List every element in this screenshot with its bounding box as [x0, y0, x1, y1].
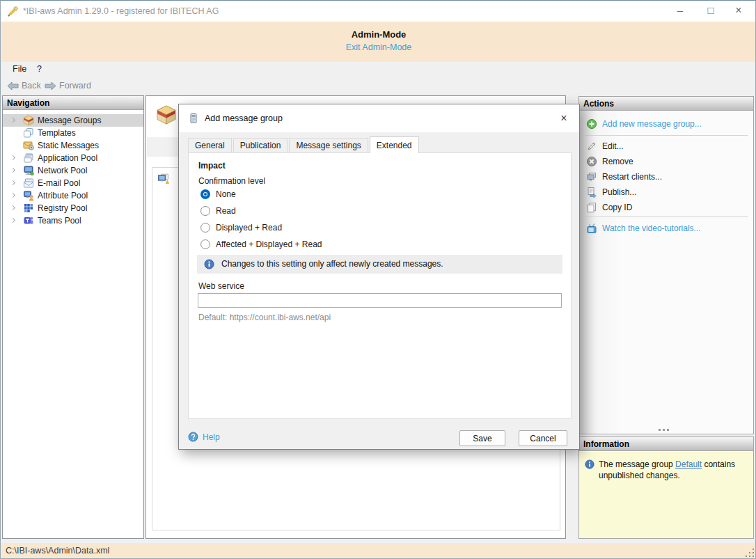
chevron-right-icon[interactable]	[10, 205, 15, 210]
exit-admin-mode-link[interactable]: Exit Admin-Mode	[346, 42, 411, 52]
close-button[interactable]: ×	[725, 1, 753, 22]
tab-general[interactable]: General	[188, 138, 232, 153]
action-label: Remove	[602, 154, 633, 169]
chevron-right-icon[interactable]	[10, 155, 15, 160]
setting-notice: Changes to this setting only affect newl…	[197, 255, 562, 274]
tab-publication[interactable]: Publication	[233, 138, 288, 153]
minimize-button[interactable]: –	[666, 1, 694, 22]
web-service-input[interactable]	[198, 293, 562, 308]
sidebar-item-label: Network Pool	[38, 164, 87, 177]
cancel-button[interactable]: Cancel	[519, 430, 567, 446]
actions-header: Actions	[579, 97, 753, 111]
navigation-tree: Message Groups Templates Static Messages	[3, 110, 143, 227]
information-body: The message group Default contains unpub…	[579, 452, 753, 538]
actions-separator	[585, 135, 748, 136]
sidebar-item-network-pool[interactable]: Network Pool	[3, 164, 143, 177]
confirmation-level-label: Confirmation level	[198, 176, 265, 186]
toolbar: Back Forward	[1, 77, 756, 94]
publish-action[interactable]: Publish...	[579, 184, 753, 200]
sidebar-item-message-groups[interactable]: Message Groups	[3, 114, 143, 127]
edit-action[interactable]: Edit...	[579, 139, 753, 154]
sidebar-item-label: Static Messages	[38, 139, 99, 152]
static-messages-icon	[23, 140, 34, 151]
actions-separator	[585, 216, 748, 217]
sidebar-item-static-messages[interactable]: Static Messages	[3, 139, 143, 152]
maximize-button[interactable]: □	[697, 1, 725, 22]
action-label: Publish...	[602, 184, 636, 200]
radio-displayed-read[interactable]: Displayed + Read	[200, 223, 282, 234]
information-panel: Information The message group Default co…	[578, 436, 754, 539]
forward-button[interactable]: Forward	[45, 79, 91, 93]
dialog-close-icon[interactable]: ×	[556, 111, 572, 127]
restart-clients-icon	[586, 171, 597, 182]
radio-icon[interactable]	[200, 223, 210, 233]
message-groups-large-icon	[156, 104, 177, 125]
sidebar-item-label: Registry Pool	[38, 202, 87, 214]
sidebar-item-attribute-pool[interactable]: Attribute Pool	[3, 189, 143, 202]
email-pool-icon	[23, 178, 34, 189]
resize-grip[interactable]	[746, 549, 754, 557]
copy-icon	[586, 202, 597, 213]
menu-bar: File ?	[1, 62, 756, 77]
sidebar-item-templates[interactable]: Templates	[3, 127, 143, 139]
watch-video-tutorials-action[interactable]: Watch the video-tutorials...	[579, 221, 753, 236]
admin-mode-title: Admin-Mode	[1, 29, 756, 40]
web-service-default-hint: Default: https://count.ibi-aws.net/api	[198, 313, 331, 322]
menu-help[interactable]: ?	[37, 64, 42, 74]
templates-icon	[23, 127, 34, 139]
action-label: Edit...	[602, 139, 624, 154]
save-button[interactable]: Save	[459, 430, 505, 446]
sidebar-item-email-pool[interactable]: E-mail Pool	[3, 177, 143, 189]
radio-label: Affected + Displayed + Read	[216, 239, 322, 249]
chevron-right-icon[interactable]	[10, 168, 15, 173]
splitter-grip[interactable]	[659, 429, 674, 432]
video-tutorials-icon	[586, 223, 597, 234]
sidebar-item-label: Application Pool	[38, 152, 97, 164]
tab-extended[interactable]: Extended	[370, 136, 419, 153]
impact-heading: Impact	[198, 161, 226, 171]
radio-affected-displayed-read[interactable]: Affected + Displayed + Read	[200, 239, 322, 251]
chevron-right-icon[interactable]	[10, 193, 15, 198]
admin-mode-banner: Admin-Mode Exit Admin-Mode	[1, 22, 756, 62]
sidebar-item-label: E-mail Pool	[38, 177, 80, 189]
sidebar-item-application-pool[interactable]: Application Pool	[3, 152, 143, 164]
chevron-right-icon[interactable]	[10, 118, 15, 123]
back-label: Back	[22, 81, 41, 90]
dialog-title: Add message group	[205, 113, 283, 123]
window-title: *IBI-aws Admin 1.29.0 - registered for I…	[23, 6, 219, 16]
help-link[interactable]: Help	[188, 432, 220, 443]
sidebar-item-label: Teams Pool	[38, 214, 81, 227]
restart-clients-action[interactable]: Restart clients...	[579, 169, 753, 184]
remove-action[interactable]: Remove	[579, 154, 753, 169]
tab-message-settings[interactable]: Message settings	[289, 138, 368, 153]
sidebar-item-label: Message Groups	[38, 114, 101, 127]
radio-read[interactable]: Read	[200, 206, 236, 217]
information-message: The message group Default contains unpub…	[599, 459, 746, 481]
dialog-icon	[188, 113, 199, 124]
menu-file[interactable]: File	[13, 64, 26, 74]
radio-selected-icon[interactable]	[200, 189, 210, 199]
navigation-header: Navigation	[3, 96, 143, 110]
copy-id-action[interactable]: Copy ID	[579, 200, 753, 215]
chevron-right-icon[interactable]	[10, 218, 15, 223]
message-groups-icon	[23, 115, 34, 126]
radio-none[interactable]: None	[200, 189, 236, 200]
information-text-before: The message group	[599, 459, 675, 469]
sidebar-item-teams-pool[interactable]: Teams Pool	[3, 214, 143, 227]
radio-icon[interactable]	[200, 206, 210, 216]
radio-icon[interactable]	[200, 239, 210, 249]
sidebar-item-label: Templates	[38, 127, 76, 139]
dialog-title-bar: Add message group ×	[179, 104, 579, 132]
back-button[interactable]: Back	[7, 79, 41, 93]
action-label: Watch the video-tutorials...	[602, 221, 701, 236]
sidebar-item-registry-pool[interactable]: Registry Pool	[3, 202, 143, 214]
default-group-link[interactable]: Default	[675, 459, 702, 469]
help-label: Help	[203, 432, 220, 442]
info-icon	[585, 459, 594, 469]
chevron-right-icon[interactable]	[10, 180, 15, 185]
notice-text: Changes to this setting only affect newl…	[221, 259, 443, 269]
add-message-group-dialog: Add message group × GeneralPublicationMe…	[178, 104, 580, 450]
add-message-group-action[interactable]: Add new message group...	[579, 116, 753, 132]
information-header: Information	[579, 437, 753, 451]
title-bar: *IBI-aws Admin 1.29.0 - registered for I…	[1, 1, 755, 22]
